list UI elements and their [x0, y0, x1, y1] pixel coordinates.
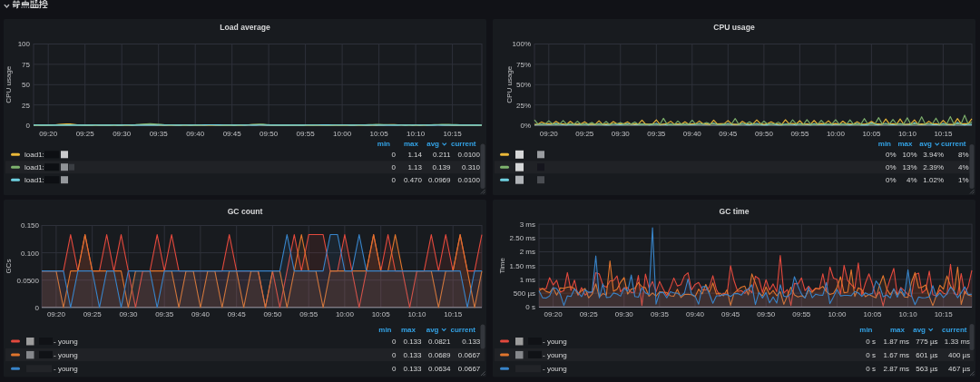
svg-text:10:15: 10:15	[444, 130, 463, 138]
svg-text:0.0689: 0.0689	[428, 351, 451, 359]
svg-text:max: max	[401, 326, 416, 334]
svg-text:min: min	[378, 326, 391, 334]
svg-text:2 ms: 2 ms	[520, 248, 535, 256]
svg-text:0: 0	[392, 163, 397, 171]
svg-text:- young: - young	[543, 365, 567, 373]
svg-text:0.0634: 0.0634	[428, 365, 451, 373]
svg-text:0.133: 0.133	[462, 338, 481, 346]
svg-text:10:10: 10:10	[407, 310, 426, 318]
svg-text:09:55: 09:55	[297, 130, 316, 138]
svg-text:601 µs: 601 µs	[916, 351, 937, 359]
svg-text:0 s: 0 s	[866, 338, 876, 346]
svg-text:0: 0	[392, 176, 397, 184]
svg-text:4%: 4%	[906, 176, 917, 184]
svg-text:0.0821: 0.0821	[428, 338, 451, 346]
svg-text:max: max	[897, 140, 913, 148]
svg-text:09:35: 09:35	[155, 310, 174, 318]
svg-text:1.67 ms: 1.67 ms	[884, 351, 909, 359]
svg-text:09:20: 09:20	[47, 310, 66, 318]
svg-text:563 µs: 563 µs	[916, 365, 937, 373]
svg-text:09:35: 09:35	[647, 130, 666, 138]
svg-text:09:35: 09:35	[651, 310, 670, 318]
svg-text:current: current	[941, 140, 966, 148]
svg-text:09:25: 09:25	[76, 130, 95, 138]
svg-text:0.310: 0.310	[462, 163, 481, 171]
svg-text:09:55: 09:55	[790, 130, 809, 138]
svg-text:0 s: 0 s	[525, 303, 535, 311]
svg-text:09:25: 09:25	[580, 310, 599, 318]
svg-text:10:05: 10:05	[372, 310, 391, 318]
svg-text:GC count: GC count	[228, 207, 263, 216]
svg-text:09:45: 09:45	[223, 130, 242, 138]
svg-text:0.100: 0.100	[21, 250, 40, 258]
svg-text:Load average: Load average	[220, 23, 270, 32]
svg-text:CPU usage: CPU usage	[505, 65, 514, 103]
svg-text:25%: 25%	[516, 102, 531, 110]
svg-text:10:00: 10:00	[827, 130, 846, 138]
svg-text:09:30: 09:30	[113, 130, 132, 138]
svg-text:0.150: 0.150	[21, 221, 40, 230]
svg-text:09:50: 09:50	[260, 130, 279, 138]
svg-text:400 µs: 400 µs	[948, 351, 970, 359]
svg-text:0.133: 0.133	[403, 365, 422, 373]
svg-text:0%: 0%	[886, 151, 897, 159]
svg-text:current: current	[942, 326, 967, 334]
svg-text:10:05: 10:05	[863, 310, 882, 318]
svg-text:1.14: 1.14	[407, 151, 422, 159]
svg-text:50: 50	[22, 81, 30, 89]
svg-text:load1:: load1:	[24, 163, 44, 171]
svg-text:10:00: 10:00	[828, 310, 847, 318]
svg-text:current: current	[450, 326, 475, 334]
svg-text:max: max	[404, 140, 419, 148]
svg-text:09:55: 09:55	[299, 310, 318, 318]
svg-text:0: 0	[392, 338, 397, 346]
svg-text:13%: 13%	[902, 163, 916, 171]
svg-text:1 ms: 1 ms	[520, 276, 535, 284]
svg-text:3 ms: 3 ms	[520, 220, 535, 229]
svg-text:100%: 100%	[513, 40, 531, 48]
svg-text:avg: avg	[913, 326, 926, 334]
svg-text:min: min	[859, 326, 872, 334]
svg-text:0.133: 0.133	[403, 338, 422, 346]
svg-text:GCs: GCs	[5, 260, 13, 274]
svg-text:- young: - young	[54, 351, 78, 359]
svg-text:min: min	[878, 140, 891, 148]
svg-text:8%: 8%	[958, 151, 969, 159]
svg-text:0.211: 0.211	[433, 151, 451, 159]
svg-text:2.39%: 2.39%	[923, 163, 944, 171]
svg-text:load1:: load1:	[24, 151, 44, 159]
svg-text:10:10: 10:10	[898, 130, 917, 138]
svg-text:10:15: 10:15	[444, 310, 463, 318]
svg-text:1.87 ms: 1.87 ms	[884, 338, 909, 346]
svg-text:max: max	[890, 326, 906, 334]
svg-text:0 s: 0 s	[866, 365, 876, 373]
svg-text:1.50 ms: 1.50 ms	[510, 262, 535, 270]
svg-text:4%: 4%	[958, 163, 969, 171]
svg-text:09:50: 09:50	[755, 130, 774, 138]
svg-text:10:10: 10:10	[899, 310, 918, 318]
svg-text:CPU usage: CPU usage	[713, 23, 755, 32]
svg-text:09:40: 09:40	[686, 310, 705, 318]
svg-text:75: 75	[22, 61, 30, 69]
svg-text:100: 100	[18, 40, 31, 48]
svg-text:09:20: 09:20	[39, 130, 58, 138]
svg-text:09:25: 09:25	[575, 130, 594, 138]
svg-text:50%: 50%	[516, 81, 531, 89]
svg-text:1.33 ms: 1.33 ms	[945, 338, 970, 346]
svg-text:09:20: 09:20	[540, 130, 559, 138]
svg-text:09:20: 09:20	[544, 310, 564, 318]
svg-text:1%: 1%	[958, 176, 969, 184]
svg-text:09:45: 09:45	[228, 310, 247, 318]
svg-text:- young: - young	[543, 351, 567, 359]
svg-text:0.139: 0.139	[432, 163, 451, 171]
svg-text:CPU usage: CPU usage	[5, 65, 13, 103]
svg-text:- young: - young	[543, 338, 567, 346]
svg-text:0: 0	[26, 122, 31, 130]
svg-text:0%: 0%	[886, 163, 897, 171]
svg-text:10:00: 10:00	[336, 310, 355, 318]
svg-text:0.0500: 0.0500	[17, 277, 40, 285]
svg-text:load1:: load1:	[24, 176, 44, 184]
svg-text:avg: avg	[426, 140, 439, 148]
svg-text:- young: - young	[54, 365, 78, 373]
svg-text:09:25: 09:25	[83, 310, 103, 318]
